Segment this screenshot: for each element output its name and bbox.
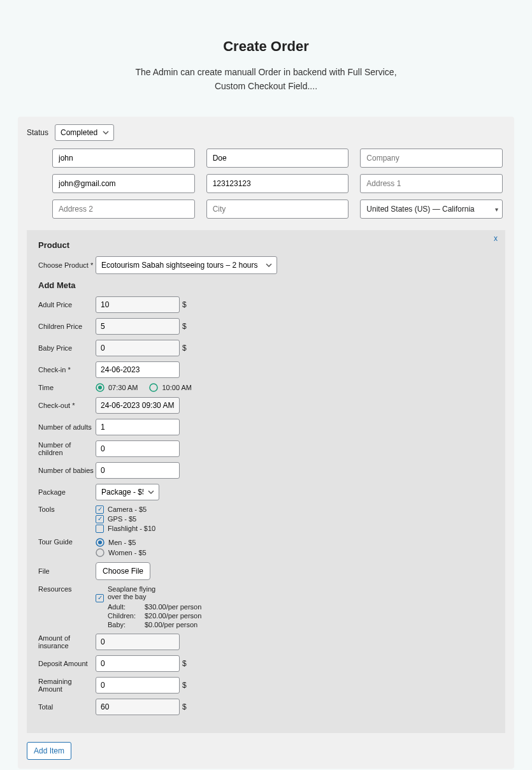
add-item-button[interactable]: Add Item (27, 742, 71, 760)
checkin-label: Check-in * (38, 366, 96, 374)
adult-price-input[interactable] (96, 296, 180, 313)
resource-prices: Adult:$30.00/per person Children:$20.00/… (108, 603, 215, 628)
page-title: Create Order (0, 38, 532, 55)
insurance-label: Amount of insurance (38, 634, 96, 650)
currency-symbol: $ (182, 300, 187, 309)
checkbox-unchecked-icon (96, 525, 104, 533)
radio-selected-icon (96, 383, 104, 392)
svg-point-5 (96, 549, 104, 556)
baby-price-input[interactable] (96, 340, 180, 356)
last-name-input[interactable] (206, 149, 349, 168)
guide-men-radio[interactable]: Men - $5 (96, 538, 147, 547)
choose-product-select[interactable]: Ecotourism Sabah sightseeing tours – 2 h… (96, 256, 277, 274)
resource-name: Seaplane flying over the bay (108, 585, 159, 600)
tools-flashlight-checkbox[interactable]: Flashlight - $10 (96, 525, 155, 533)
svg-point-1 (98, 386, 102, 389)
subtitle-line-2: Custom Checkout Field.... (215, 81, 317, 91)
resource-checkbox[interactable] (96, 594, 104, 602)
svg-point-4 (98, 541, 102, 544)
order-panel: Status Completed United States (US) — Ca… (18, 117, 514, 769)
city-input[interactable] (206, 200, 349, 219)
radio-unselected-icon (149, 383, 158, 392)
remaining-label: Remaining Amount (38, 678, 96, 693)
tools-label: Tools (38, 505, 96, 513)
children-price-input[interactable] (96, 318, 180, 335)
subtitle-line-1: The Admin can create manuall Order in ba… (135, 67, 396, 77)
total-input[interactable] (96, 699, 180, 715)
phone-input[interactable] (206, 174, 349, 193)
children-label: Number of children (38, 441, 96, 456)
product-heading: Product (38, 240, 494, 250)
address2-input[interactable] (52, 200, 195, 219)
deposit-input[interactable] (96, 655, 180, 672)
status-label: Status (27, 128, 48, 137)
close-icon[interactable]: x (494, 234, 498, 243)
company-input[interactable] (360, 149, 503, 168)
status-row: Status Completed (18, 117, 514, 146)
time-option-1[interactable]: 07:30 AM (96, 383, 138, 392)
time-option-2[interactable]: 10:00 AM (149, 383, 191, 392)
adults-input[interactable] (96, 419, 180, 435)
status-select[interactable]: Completed (55, 124, 114, 141)
babies-input[interactable] (96, 462, 180, 479)
package-select[interactable]: Package - $5 (96, 484, 159, 500)
guide-label: Tour Guide (38, 538, 96, 546)
choose-file-button[interactable]: Choose File (96, 562, 150, 580)
radio-unselected-icon (96, 548, 104, 557)
page-subtitle: The Admin can create manuall Order in ba… (0, 65, 532, 94)
customer-fields: United States (US) — California (18, 146, 514, 230)
children-price-label: Children Price (38, 323, 96, 330)
product-card: x Product Choose Product * Ecotourism Sa… (27, 230, 505, 733)
adult-price-label: Adult Price (38, 301, 96, 309)
babies-label: Number of babies (38, 467, 96, 474)
radio-selected-icon (96, 538, 104, 547)
email-input[interactable] (52, 174, 195, 193)
file-label: File (38, 567, 96, 575)
checkout-input[interactable] (96, 397, 180, 414)
remaining-input[interactable] (96, 677, 180, 694)
checkin-input[interactable] (96, 361, 180, 378)
adults-label: Number of adults (38, 423, 96, 431)
guide-women-radio[interactable]: Women - $5 (96, 548, 147, 557)
state-select[interactable]: United States (US) — California (360, 200, 503, 219)
address1-input[interactable] (360, 174, 503, 193)
resources-label: Resources (38, 585, 96, 593)
tools-gps-checkbox[interactable]: GPS - $5 (96, 515, 155, 523)
checkbox-checked-icon (96, 505, 104, 514)
first-name-input[interactable] (52, 149, 195, 168)
total-label: Total (38, 703, 96, 711)
children-input[interactable] (96, 440, 180, 457)
checkout-label: Check-out * (38, 402, 96, 409)
deposit-label: Deposit Amount (38, 660, 96, 667)
time-label: Time (38, 384, 96, 391)
svg-point-2 (150, 384, 157, 391)
choose-product-label: Choose Product * (38, 261, 96, 269)
checkbox-checked-icon (96, 515, 104, 523)
baby-price-label: Baby Price (38, 344, 96, 352)
package-label: Package (38, 488, 96, 496)
insurance-input[interactable] (96, 634, 180, 650)
tools-camera-checkbox[interactable]: Camera - $5 (96, 505, 155, 514)
add-meta-heading: Add Meta (38, 280, 494, 290)
